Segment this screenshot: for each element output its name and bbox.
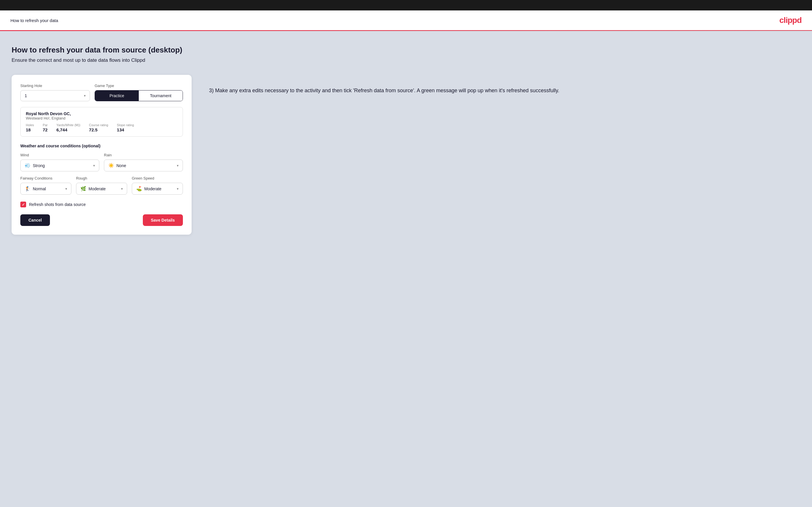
header: How to refresh your data clippd [0, 10, 812, 31]
rain-value: None [116, 163, 174, 168]
par-stat: Par 72 [43, 123, 48, 132]
checkmark-icon: ✓ [22, 203, 25, 207]
wind-dropdown[interactable]: 💨 Strong ▾ [20, 160, 99, 171]
par-value: 72 [43, 127, 48, 132]
save-details-button[interactable]: Save Details [143, 214, 183, 226]
wind-label: Wind [20, 153, 99, 157]
wind-icon: 💨 [25, 163, 31, 168]
rain-icon: ☀️ [108, 163, 114, 168]
logo: clippd [779, 16, 802, 25]
par-label: Par [43, 123, 48, 127]
refresh-checkbox-row: ✓ Refresh shots from data source [20, 202, 183, 207]
fairway-label: Fairway Conditions [20, 176, 71, 180]
wind-rain-grid: Wind 💨 Strong ▾ Rain ☀️ None ▾ [20, 153, 183, 171]
green-speed-icon: ⛳ [136, 186, 142, 191]
rough-icon: 🌿 [81, 186, 86, 191]
green-speed-label: Green Speed [132, 176, 183, 180]
yards-value: 6,744 [56, 127, 80, 132]
refresh-checkbox[interactable]: ✓ [20, 202, 26, 207]
slope-rating-stat: Slope rating 134 [117, 123, 134, 132]
cancel-button[interactable]: Cancel [20, 214, 50, 226]
course-rating-label: Course rating [89, 123, 108, 127]
course-name: Royal North Devon GC, [26, 111, 177, 116]
course-rating-stat: Course rating 72.5 [89, 123, 108, 132]
form-card: Starting Hole 1 ▾ Game Type Practice Tou… [12, 75, 192, 235]
fairway-chevron-icon: ▾ [65, 187, 67, 191]
holes-value: 18 [26, 127, 34, 132]
green-speed-dropdown[interactable]: ⛳ Moderate ▾ [132, 183, 183, 194]
rough-label: Rough [76, 176, 127, 180]
wind-group: Wind 💨 Strong ▾ [20, 153, 99, 171]
conditions-3-grid: Fairway Conditions 🏌️ Normal ▾ Rough 🌿 M… [20, 176, 183, 194]
green-speed-value: Moderate [144, 186, 174, 191]
tournament-button[interactable]: Tournament [139, 91, 183, 101]
refresh-label: Refresh shots from data source [29, 202, 86, 207]
course-rating-value: 72.5 [89, 127, 108, 132]
side-text-content: 3) Make any extra edits necessary to the… [209, 87, 800, 95]
rough-chevron-icon: ▾ [121, 187, 123, 191]
starting-hole-value: 1 [25, 94, 82, 98]
page-subheading: Ensure the correct and most up to date d… [12, 57, 800, 63]
starting-hole-chevron-icon: ▾ [84, 94, 86, 98]
slope-rating-value: 134 [117, 127, 134, 132]
green-speed-chevron-icon: ▾ [177, 187, 179, 191]
starting-hole-group: Starting Hole 1 ▾ [20, 83, 90, 101]
rain-label: Rain [104, 153, 183, 157]
holes-stat: Holes 18 [26, 123, 34, 132]
content-row: Starting Hole 1 ▾ Game Type Practice Tou… [12, 75, 800, 235]
holes-label: Holes [26, 123, 34, 127]
rain-chevron-icon: ▾ [177, 164, 179, 168]
button-row: Cancel Save Details [20, 214, 183, 226]
rough-dropdown[interactable]: 🌿 Moderate ▾ [76, 183, 127, 194]
side-text: 3) Make any extra edits necessary to the… [209, 75, 800, 95]
yards-label: Yards/White (M)) [56, 123, 80, 127]
starting-hole-label: Starting Hole [20, 83, 90, 88]
rain-group: Rain ☀️ None ▾ [104, 153, 183, 171]
fairway-value: Normal [33, 186, 63, 191]
top-bar [0, 0, 812, 10]
rough-value: Moderate [89, 186, 119, 191]
conditions-heading: Weather and course conditions (optional) [20, 144, 183, 148]
rough-group: Rough 🌿 Moderate ▾ [76, 176, 127, 194]
main-content: How to refresh your data from source (de… [0, 31, 812, 507]
game-type-label: Game Type [95, 83, 183, 88]
fairway-icon: 🏌️ [25, 186, 31, 191]
starting-hole-row: Starting Hole 1 ▾ Game Type Practice Tou… [20, 83, 183, 101]
course-stats: Holes 18 Par 72 Yards/White (M)) 6,744 C… [26, 123, 177, 132]
page-heading: How to refresh your data from source (de… [12, 46, 800, 55]
yards-stat: Yards/White (M)) 6,744 [56, 123, 80, 132]
fairway-group: Fairway Conditions 🏌️ Normal ▾ [20, 176, 71, 194]
wind-chevron-icon: ▾ [93, 164, 95, 168]
game-type-group: Game Type Practice Tournament [95, 83, 183, 101]
practice-button[interactable]: Practice [95, 91, 139, 101]
course-info-box: Royal North Devon GC, Westward Ho!, Engl… [20, 107, 183, 136]
course-location: Westward Ho!, England [26, 116, 177, 120]
header-title: How to refresh your data [10, 18, 58, 23]
starting-hole-dropdown[interactable]: 1 ▾ [20, 90, 90, 101]
rain-dropdown[interactable]: ☀️ None ▾ [104, 160, 183, 171]
wind-value: Strong [33, 163, 91, 168]
slope-rating-label: Slope rating [117, 123, 134, 127]
green-speed-group: Green Speed ⛳ Moderate ▾ [132, 176, 183, 194]
game-type-toggle: Practice Tournament [95, 90, 183, 101]
fairway-dropdown[interactable]: 🏌️ Normal ▾ [20, 183, 71, 194]
